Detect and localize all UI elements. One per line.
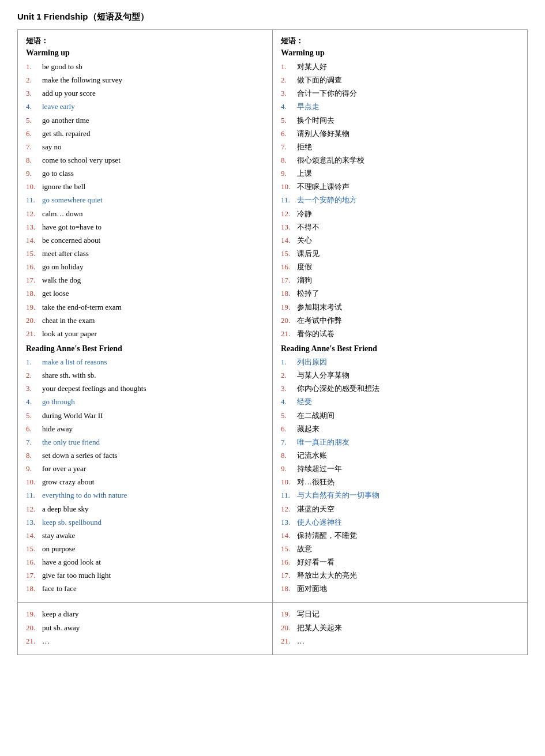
item-number: 9. xyxy=(281,463,297,475)
item-text: go another time xyxy=(42,115,89,126)
item-text: 课后见 xyxy=(297,248,320,259)
item-text: say no xyxy=(42,141,62,153)
item-text: go through xyxy=(42,396,75,408)
list-item: 11.去一个安静的地方 xyxy=(281,194,519,206)
list-item: 11.go somewhere quiet xyxy=(26,194,264,206)
item-number: 21. xyxy=(26,328,42,340)
list-item: 2.做下面的调查 xyxy=(281,74,519,86)
list-item: 20.put sb. away xyxy=(26,622,264,634)
item-number: 14. xyxy=(26,235,42,246)
left-warming-up-heading: Warming up xyxy=(26,48,264,58)
item-number: 14. xyxy=(26,530,42,541)
list-item: 19.take the end-of-term exam xyxy=(26,302,264,313)
item-number: 3. xyxy=(281,88,297,99)
item-text: 持续超过一年 xyxy=(297,463,342,475)
list-item: 1.对某人好 xyxy=(281,61,519,73)
list-item: 18.面对面地 xyxy=(281,583,519,595)
list-item: 12.冷静 xyxy=(281,208,519,220)
item-number: 1. xyxy=(281,61,297,73)
item-number: 6. xyxy=(26,423,42,435)
item-number: 7. xyxy=(281,141,297,153)
list-item: 15.on purpose xyxy=(26,543,264,555)
item-number: 12. xyxy=(281,503,297,515)
list-item: 14.stay awake xyxy=(26,530,264,541)
item-number: 10. xyxy=(281,476,297,488)
item-text: 记流水账 xyxy=(297,450,327,461)
item-text: the only true friend xyxy=(42,437,100,448)
item-text: … xyxy=(297,635,305,647)
item-text: 把某人关起来 xyxy=(297,622,342,634)
item-number: 16. xyxy=(26,556,42,568)
item-number: 4. xyxy=(281,396,297,408)
item-number: 13. xyxy=(26,221,42,233)
item-text: have got to=have to xyxy=(42,221,102,233)
list-item: 5.go another time xyxy=(26,115,264,126)
item-text: give far too much light xyxy=(42,570,111,581)
item-text: make a list of reasons xyxy=(42,356,107,368)
item-number: 17. xyxy=(26,570,42,581)
item-number: 20. xyxy=(26,315,42,326)
page-title: Unit 1 Friendship（短语及句型） xyxy=(17,12,528,22)
item-number: 15. xyxy=(281,543,297,555)
list-item: 17.give far too much light xyxy=(26,570,264,581)
item-text: keep sb. spellbound xyxy=(42,517,102,528)
list-item: 10.ignore the bell xyxy=(26,181,264,193)
item-text: add up your score xyxy=(42,88,96,99)
list-item: 14.be concerned about xyxy=(26,235,264,246)
list-item: 17.溜狗 xyxy=(281,274,519,286)
item-number: 3. xyxy=(281,383,297,394)
item-text: put sb. away xyxy=(42,622,80,634)
item-text: go to class xyxy=(42,168,74,179)
list-item: 13.have got to=have to xyxy=(26,221,264,233)
list-item: 10.对…很狂热 xyxy=(281,476,519,488)
list-item: 5.换个时间去 xyxy=(281,115,519,126)
item-number: 21. xyxy=(281,328,297,340)
item-text: be concerned about xyxy=(42,235,100,246)
item-number: 9. xyxy=(281,168,297,179)
item-number: 7. xyxy=(26,437,42,448)
item-text: 看你的试卷 xyxy=(297,328,334,340)
item-text: 请别人修好某物 xyxy=(297,128,349,140)
list-item: 20.在考试中作弊 xyxy=(281,315,519,326)
list-item: 20.把某人关起来 xyxy=(281,622,519,634)
list-item: 15.课后见 xyxy=(281,248,519,259)
item-number: 3. xyxy=(26,383,42,394)
item-number: 1. xyxy=(281,356,297,368)
list-item: 14.保持清醒，不睡觉 xyxy=(281,530,519,541)
list-item: 1.列出原因 xyxy=(281,356,519,368)
list-item: 6.get sth. repaired xyxy=(26,128,264,140)
list-item: 4.早点走 xyxy=(281,101,519,112)
item-number: 11. xyxy=(281,490,297,501)
item-text: 与大自然有关的一切事物 xyxy=(297,490,379,501)
item-number: 15. xyxy=(281,248,297,259)
right-bottom-list: 19.写日记20.把某人关起来21.… xyxy=(281,608,519,646)
item-text: 经受 xyxy=(297,396,312,408)
item-number: 9. xyxy=(26,168,42,179)
list-item: 13.使人心迷神往 xyxy=(281,517,519,528)
item-number: 17. xyxy=(26,274,42,286)
list-item: 10.不理睬上课铃声 xyxy=(281,181,519,193)
list-item: 12.湛蓝的天空 xyxy=(281,503,519,515)
item-text: get loose xyxy=(42,288,69,299)
item-number: 12. xyxy=(281,208,297,220)
list-item: 14.关心 xyxy=(281,235,519,246)
item-number: 18. xyxy=(281,288,297,299)
list-item: 21.看你的试卷 xyxy=(281,328,519,340)
item-number: 8. xyxy=(26,450,42,461)
item-number: 6. xyxy=(26,128,42,140)
item-text: 冷静 xyxy=(297,208,312,220)
left-warming-up-list: 1.be good to sb2.make the following surv… xyxy=(26,61,264,340)
bottom-row: 19.keep a diary20.put sb. away21.… 19.写日… xyxy=(18,603,528,655)
item-number: 2. xyxy=(26,370,42,381)
item-text: 在二战期间 xyxy=(297,410,334,422)
list-item: 9.for over a year xyxy=(26,463,264,475)
list-item: 6.请别人修好某物 xyxy=(281,128,519,140)
item-number: 3. xyxy=(26,88,42,99)
item-number: 5. xyxy=(26,410,42,422)
item-text: 故意 xyxy=(297,543,312,555)
list-item: 7.唯一真正的朋友 xyxy=(281,437,519,448)
item-text: 做下面的调查 xyxy=(297,74,342,86)
item-number: 15. xyxy=(26,248,42,259)
item-number: 1. xyxy=(26,356,42,368)
item-text: stay awake xyxy=(42,530,75,541)
